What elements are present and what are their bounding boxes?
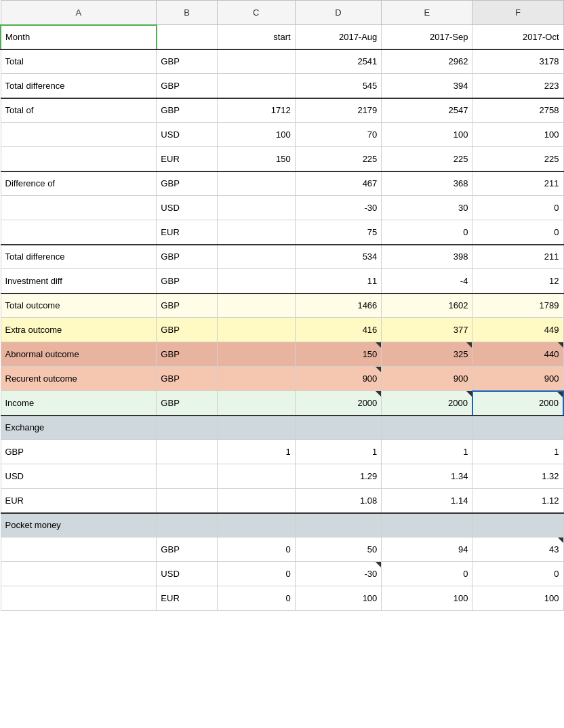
extra-outcome-row: Extra outcome GBP 416 377 449 <box>1 318 563 342</box>
pocket-gbp-a <box>1 538 157 562</box>
exchange-c <box>217 416 295 440</box>
total-diff2-d: 534 <box>295 245 382 269</box>
date-oct: 2017-Oct <box>472 25 563 49</box>
total-of-usd-e: 100 <box>382 123 472 147</box>
usd-d: 1.29 <box>295 464 382 489</box>
total-of-eur-row: EUR 150 225 225 225 <box>1 147 563 171</box>
eur-label: EUR <box>1 489 157 513</box>
abnormal-outcome-d: 150 <box>295 342 382 367</box>
pocket-money-c <box>217 513 295 538</box>
pocket-eur-f: 100 <box>472 586 563 611</box>
pocket-money-header-row: Pocket money <box>1 513 563 538</box>
extra-outcome-e: 377 <box>382 318 472 342</box>
col-a-header: A <box>1 1 157 25</box>
total-diff2-e: 398 <box>382 245 472 269</box>
extra-outcome-currency: GBP <box>157 318 217 342</box>
gbp-rate-row: GBP 1 1 1 1 <box>1 440 563 464</box>
invest-diff-label: Investment diff <box>1 269 157 294</box>
total-diff2-f: 211 <box>472 245 563 269</box>
extra-outcome-c <box>217 318 295 342</box>
total-e: 2962 <box>382 49 472 74</box>
total-of-c: 1712 <box>217 98 295 123</box>
usd-rate-row: USD 1.29 1.34 1.32 <box>1 464 563 489</box>
income-row: Income GBP 2000 2000 2000 <box>1 391 563 416</box>
col-f-header: F <box>472 1 563 25</box>
total-diff2-row: Total difference GBP 534 398 211 <box>1 245 563 269</box>
total-d: 2541 <box>295 49 382 74</box>
usd-e: 1.34 <box>382 464 472 489</box>
diff-of-f: 211 <box>472 171 563 196</box>
col-d-header: D <box>295 1 382 25</box>
diff-of-usd-c <box>217 196 295 220</box>
total-of-usd-row: USD 100 70 100 100 <box>1 123 563 147</box>
total-of-usd-d: 70 <box>295 123 382 147</box>
diff-of-usd-currency: USD <box>157 196 217 220</box>
income-e: 2000 <box>382 391 472 416</box>
pocket-eur-row: EUR 0 100 100 100 <box>1 586 563 611</box>
total-of-row: Total of GBP 1712 2179 2547 2758 <box>1 98 563 123</box>
total-of-d: 2179 <box>295 98 382 123</box>
date-aug: 2017-Aug <box>295 25 382 49</box>
total-f: 3178 <box>472 49 563 74</box>
column-header-row: A B C D E F <box>1 1 563 25</box>
pocket-eur-e: 100 <box>382 586 472 611</box>
recurrent-outcome-currency: GBP <box>157 367 217 391</box>
diff-of-eur-currency: EUR <box>157 220 217 245</box>
total-outcome-c <box>217 294 295 318</box>
exchange-f <box>472 416 563 440</box>
total-outcome-d: 1466 <box>295 294 382 318</box>
pocket-eur-c: 0 <box>217 586 295 611</box>
recurrent-outcome-d: 900 <box>295 367 382 391</box>
gbp-e: 1 <box>382 440 472 464</box>
total-of-usd-currency: USD <box>157 123 217 147</box>
total-diff-f: 223 <box>472 74 563 98</box>
total-diff-e: 394 <box>382 74 472 98</box>
diff-of-usd-f: 0 <box>472 196 563 220</box>
exchange-d <box>295 416 382 440</box>
exchange-b <box>157 416 217 440</box>
gbp-label: GBP <box>1 440 157 464</box>
start-cell: start <box>217 25 295 49</box>
extra-outcome-f: 449 <box>472 318 563 342</box>
diff-of-usd-d: -30 <box>295 196 382 220</box>
diff-of-eur-c <box>217 220 295 245</box>
total-of-currency: GBP <box>157 98 217 123</box>
total-diff-d: 545 <box>295 74 382 98</box>
month-cell[interactable]: Month <box>1 25 157 49</box>
gbp-d: 1 <box>295 440 382 464</box>
pocket-gbp-c: 0 <box>217 538 295 562</box>
pocket-usd-row: USD 0 -30 0 0 <box>1 562 563 586</box>
total-diff2-currency: GBP <box>157 245 217 269</box>
pocket-gbp-e: 94 <box>382 538 472 562</box>
total-row: Total GBP 2541 2962 3178 <box>1 49 563 74</box>
eur-e: 1.14 <box>382 489 472 513</box>
usd-f: 1.32 <box>472 464 563 489</box>
total-diff-currency: GBP <box>157 74 217 98</box>
exchange-e <box>382 416 472 440</box>
month-b <box>157 25 217 49</box>
gbp-b <box>157 440 217 464</box>
total-of-usd-c: 100 <box>217 123 295 147</box>
abnormal-outcome-label: Abnormal outcome <box>1 342 157 367</box>
col-e-header: E <box>382 1 472 25</box>
total-c <box>217 49 295 74</box>
recurrent-outcome-row: Recurent outcome GBP 900 900 900 <box>1 367 563 391</box>
total-diff-label: Total difference <box>1 74 157 98</box>
pocket-eur-a <box>1 586 157 611</box>
pocket-eur-d: 100 <box>295 586 382 611</box>
pocket-money-d <box>295 513 382 538</box>
total-outcome-currency: GBP <box>157 294 217 318</box>
total-outcome-row: Total outcome GBP 1466 1602 1789 <box>1 294 563 318</box>
recurrent-outcome-f: 900 <box>472 367 563 391</box>
recurrent-outcome-e: 900 <box>382 367 472 391</box>
abnormal-outcome-c <box>217 342 295 367</box>
total-diff2-c <box>217 245 295 269</box>
diff-of-d: 467 <box>295 171 382 196</box>
pocket-gbp-currency: GBP <box>157 538 217 562</box>
diff-of-eur-row: EUR 75 0 0 <box>1 220 563 245</box>
abnormal-outcome-e: 325 <box>382 342 472 367</box>
diff-of-eur-f: 0 <box>472 220 563 245</box>
total-outcome-f: 1789 <box>472 294 563 318</box>
eur-c <box>217 489 295 513</box>
income-label: Income <box>1 391 157 416</box>
